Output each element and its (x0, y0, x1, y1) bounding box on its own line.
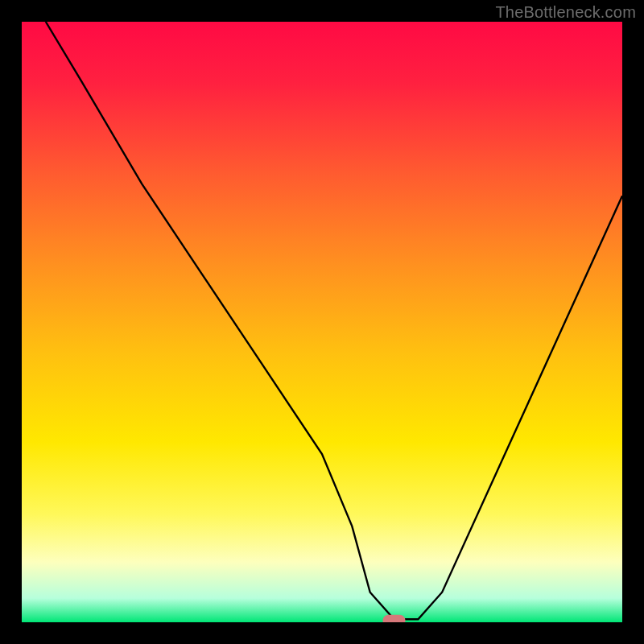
watermark-text: TheBottleneck.com (495, 3, 636, 22)
chart-svg (22, 22, 622, 622)
optimum-marker (383, 615, 406, 622)
gradient-background (22, 22, 622, 622)
bottleneck-chart (22, 22, 622, 622)
